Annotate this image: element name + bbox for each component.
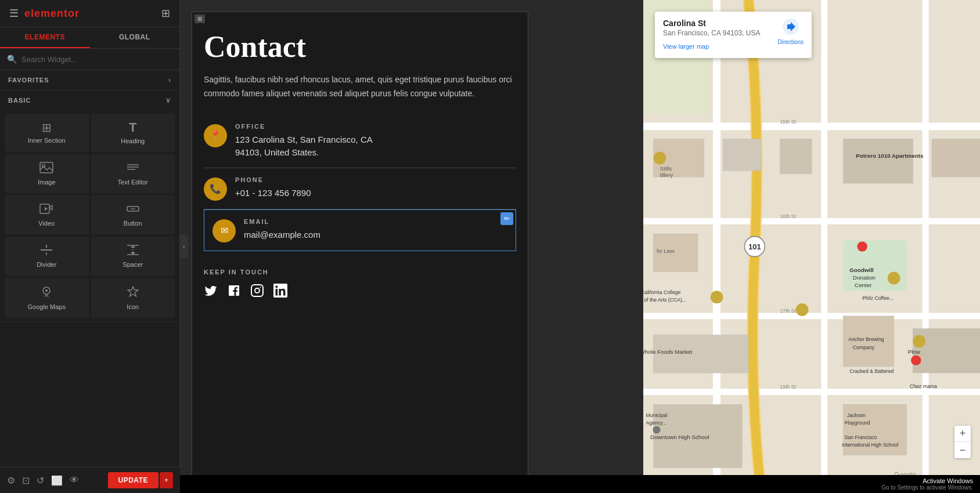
instagram-icon[interactable] bbox=[250, 284, 264, 301]
video-icon bbox=[39, 203, 53, 216]
facebook-icon[interactable] bbox=[227, 284, 241, 301]
spacer-icon bbox=[126, 244, 140, 258]
category-header-favorites[interactable]: FAVORITES › bbox=[0, 70, 179, 90]
hamburger-icon[interactable]: ☰ bbox=[9, 7, 19, 20]
social-icons bbox=[204, 284, 516, 301]
icon-widget-icon bbox=[127, 285, 139, 300]
svg-rect-44 bbox=[932, 139, 980, 177]
update-plus-button[interactable]: + bbox=[160, 472, 173, 488]
directions-button[interactable]: Directions bbox=[778, 19, 804, 45]
category-label-favorites: FAVORITES bbox=[8, 77, 49, 84]
svg-text:Plow: Plow bbox=[908, 349, 921, 355]
svg-text:Agency...: Agency... bbox=[646, 420, 666, 426]
svg-text:Chez mama: Chez mama bbox=[910, 383, 937, 389]
save-draft-icon[interactable]: ⬜ bbox=[51, 475, 63, 486]
view-larger-map-link[interactable]: View larger map bbox=[663, 43, 709, 50]
phone-value: +01 - 123 456 7890 bbox=[235, 187, 516, 200]
svg-marker-7 bbox=[45, 207, 48, 211]
svg-point-77 bbox=[654, 152, 666, 165]
tab-elements[interactable]: ELEMENTS bbox=[0, 27, 90, 48]
divider-label: Divider bbox=[37, 261, 56, 268]
svg-rect-46 bbox=[913, 329, 980, 373]
search-icon: 🔍 bbox=[7, 55, 17, 64]
page-canvas: ⊞ Contact Sagittis, faucibus nibh sed rh… bbox=[192, 12, 528, 481]
office-label: OFFICE bbox=[235, 123, 516, 130]
phone-block: 📞 PHONE +01 - 123 456 7890 bbox=[204, 168, 516, 209]
widget-image[interactable]: Image bbox=[5, 154, 89, 193]
keep-in-touch-label: KEEP IN TOUCH bbox=[204, 269, 516, 276]
collapse-handle[interactable]: ‹ bbox=[180, 235, 188, 258]
svg-text:Downtown High School: Downtown High School bbox=[650, 434, 709, 440]
office-icon-wrap: 📍 bbox=[204, 124, 227, 147]
edit-icon-overlay[interactable]: ✏ bbox=[500, 212, 513, 225]
map-location-address: San Francisco, CA 94103, USA bbox=[663, 29, 772, 37]
button-icon bbox=[126, 203, 140, 216]
map-info-content: Carolina St San Francisco, CA 94103, USA… bbox=[663, 19, 772, 51]
panel-header: ☰ elementor ⊞ bbox=[0, 0, 179, 27]
section-handle[interactable]: ⊞ bbox=[194, 14, 205, 23]
linkedin-icon[interactable] bbox=[273, 284, 287, 301]
svg-point-20 bbox=[45, 289, 48, 292]
widget-video[interactable]: Video bbox=[5, 195, 89, 234]
google-maps-label: Google Maps bbox=[28, 303, 66, 310]
image-label: Image bbox=[38, 179, 56, 186]
update-area: UPDATE + bbox=[108, 472, 173, 488]
widget-button[interactable]: Button bbox=[91, 195, 175, 234]
widgets-area: FAVORITES › BASIC ∨ ⊞ Inner Section T He… bbox=[0, 70, 179, 493]
canvas-area: ⊞ Contact Sagittis, faucibus nibh sed rh… bbox=[180, 0, 643, 493]
svg-point-81 bbox=[913, 335, 925, 348]
activate-sub: Go to Settings to activate Windows. bbox=[881, 484, 973, 491]
widget-inner-section[interactable]: ⊞ Inner Section bbox=[5, 114, 89, 152]
svg-point-78 bbox=[711, 291, 723, 303]
zoom-in-button[interactable]: + bbox=[954, 426, 971, 442]
grid-icon[interactable]: ⊞ bbox=[161, 7, 170, 20]
category-header-basic[interactable]: BASIC ∨ bbox=[0, 90, 179, 110]
svg-text:Playground: Playground bbox=[845, 420, 870, 426]
email-inner: ✉ EMAIL mail@example.com bbox=[212, 218, 507, 242]
inner-section-icon: ⊞ bbox=[42, 122, 52, 133]
svg-text:Cracked & Battered: Cracked & Battered bbox=[849, 368, 893, 374]
svg-text:Donation: Donation bbox=[853, 274, 875, 281]
svg-text:15th St: 15th St bbox=[780, 119, 797, 125]
settings-icon[interactable]: ⚙ bbox=[7, 475, 15, 486]
svg-text:Stills: Stills bbox=[660, 165, 672, 172]
widget-divider[interactable]: Divider bbox=[5, 237, 89, 276]
keep-in-touch: KEEP IN TOUCH bbox=[204, 257, 516, 301]
svg-text:Potrero 1010 Apartments: Potrero 1010 Apartments bbox=[856, 153, 924, 159]
svg-rect-43 bbox=[843, 139, 913, 183]
widget-icon[interactable]: Icon bbox=[91, 278, 175, 318]
update-button[interactable]: UPDATE bbox=[108, 472, 158, 488]
responsive-icon[interactable]: ⊡ bbox=[22, 475, 30, 486]
left-panel: ☰ elementor ⊞ ELEMENTS GLOBAL 🔍 FAVORITE… bbox=[0, 0, 180, 493]
panel-footer: ⚙ ⊡ ↺ ⬜ 👁 UPDATE + bbox=[0, 467, 180, 493]
tab-global[interactable]: GLOBAL bbox=[90, 27, 180, 48]
svg-text:Center: Center bbox=[855, 282, 872, 288]
inner-section-label: Inner Section bbox=[28, 137, 66, 144]
zoom-out-button[interactable]: − bbox=[954, 442, 971, 458]
svg-point-83 bbox=[857, 241, 867, 251]
widget-google-maps[interactable]: Google Maps bbox=[5, 278, 89, 318]
history-icon[interactable]: ↺ bbox=[37, 475, 44, 486]
taskbar: Activate Windows Go to Settings to activ… bbox=[180, 475, 980, 493]
map-svg: 101 Stills tillery for Less bbox=[643, 0, 980, 493]
office-address: 123 Carolina St, San Francisco, CA 94103… bbox=[235, 133, 516, 160]
phone-icon: 📞 bbox=[210, 183, 221, 194]
widget-text-editor[interactable]: Text Editor bbox=[91, 154, 175, 193]
widget-heading[interactable]: T Heading bbox=[91, 114, 175, 152]
widget-spacer[interactable]: Spacer bbox=[91, 237, 175, 276]
svg-text:16th St: 16th St bbox=[780, 213, 797, 219]
panel-header-left: ☰ elementor bbox=[9, 7, 80, 20]
twitter-icon[interactable] bbox=[204, 284, 218, 301]
svg-marker-23 bbox=[128, 287, 138, 296]
category-label-basic: BASIC bbox=[8, 97, 31, 104]
heading-label: Heading bbox=[121, 137, 145, 144]
search-input[interactable] bbox=[21, 55, 172, 64]
preview-icon[interactable]: 👁 bbox=[70, 475, 79, 485]
contact-section: ⊞ Contact Sagittis, faucibus nibh sed rh… bbox=[192, 12, 528, 313]
svg-text:International High School: International High School bbox=[842, 442, 898, 448]
google-maps-icon bbox=[40, 285, 53, 300]
svg-text:San Francisco: San Francisco bbox=[845, 434, 877, 440]
email-block[interactable]: ✏ ✉ EMAIL mail@example.com bbox=[204, 209, 516, 251]
svg-text:Municipal: Municipal bbox=[646, 412, 667, 418]
widgets-grid: ⊞ Inner Section T Heading Image bbox=[0, 110, 179, 321]
